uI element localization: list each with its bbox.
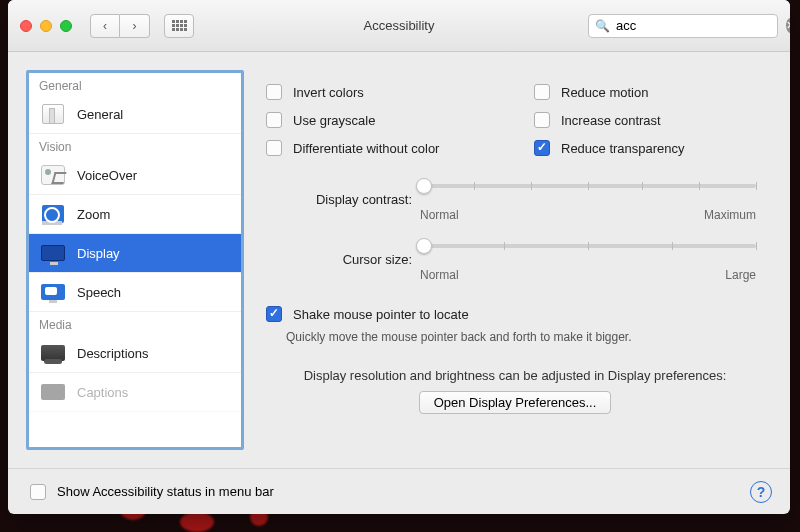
back-button[interactable]: ‹ — [90, 14, 120, 38]
forward-button[interactable]: › — [120, 14, 150, 38]
sidebar-item-label: Display — [77, 246, 120, 261]
display-panel: Invert colors Use grayscale Differentiat… — [258, 70, 772, 450]
sidebar-item-label: VoiceOver — [77, 168, 137, 183]
chevron-right-icon: › — [133, 19, 137, 33]
category-sidebar[interactable]: General General Vision VoiceOver Zoom Di… — [26, 70, 244, 450]
diff-without-color-label: Differentiate without color — [293, 141, 439, 156]
reduce-motion-checkbox[interactable] — [534, 84, 550, 100]
sidebar-group-vision: Vision — [29, 134, 241, 156]
sidebar-item-captions[interactable]: Captions — [29, 373, 241, 412]
contrast-label: Display contrast: — [262, 192, 412, 207]
minimize-window-button[interactable] — [40, 20, 52, 32]
invert-colors-label: Invert colors — [293, 85, 364, 100]
sidebar-group-general: General — [29, 73, 241, 95]
increase-contrast-checkbox[interactable] — [534, 112, 550, 128]
diff-without-color-row: Differentiate without color — [262, 134, 500, 162]
diff-without-color-checkbox[interactable] — [266, 140, 282, 156]
menu-bar-status-label: Show Accessibility status in menu bar — [57, 484, 274, 499]
captions-icon — [41, 384, 65, 400]
use-grayscale-checkbox[interactable] — [266, 112, 282, 128]
contrast-min-label: Normal — [420, 208, 459, 222]
zoom-icon — [42, 205, 64, 223]
sidebar-item-descriptions[interactable]: Descriptions — [29, 334, 241, 373]
reduce-transparency-checkbox[interactable] — [534, 140, 550, 156]
nav-buttons: ‹ › — [90, 14, 150, 38]
sidebar-item-label: Captions — [77, 385, 128, 400]
cursor-slider[interactable] — [420, 236, 756, 268]
sidebar-group-media: Media — [29, 312, 241, 334]
sidebar-item-general[interactable]: General — [29, 95, 241, 134]
reduce-motion-label: Reduce motion — [561, 85, 648, 100]
footer: Show Accessibility status in menu bar ? — [8, 468, 790, 514]
clear-search-button[interactable]: ✕ — [786, 18, 790, 33]
use-grayscale-row: Use grayscale — [262, 106, 500, 134]
grid-icon — [172, 20, 187, 31]
sidebar-item-label: Descriptions — [77, 346, 149, 361]
show-all-button[interactable] — [164, 14, 194, 38]
content-area: General General Vision VoiceOver Zoom Di… — [8, 52, 790, 468]
increase-contrast-row: Increase contrast — [530, 106, 768, 134]
use-grayscale-label: Use grayscale — [293, 113, 375, 128]
general-icon — [42, 104, 64, 124]
sidebar-item-voiceover[interactable]: VoiceOver — [29, 156, 241, 195]
open-display-preferences-button[interactable]: Open Display Preferences... — [419, 391, 612, 414]
cursor-slider-thumb[interactable] — [416, 238, 432, 254]
cursor-label: Cursor size: — [262, 252, 412, 267]
window-controls — [20, 20, 72, 32]
cursor-slider-row: Cursor size: Normal Large — [262, 236, 768, 282]
contrast-slider-row: Display contrast: Normal Maximum — [262, 176, 768, 222]
cursor-min-label: Normal — [420, 268, 459, 282]
sidebar-item-label: Speech — [77, 285, 121, 300]
sidebar-item-speech[interactable]: Speech — [29, 273, 241, 312]
search-field-container: 🔍 ✕ — [588, 14, 778, 38]
help-button[interactable]: ? — [750, 481, 772, 503]
contrast-slider-thumb[interactable] — [416, 178, 432, 194]
zoom-window-button[interactable] — [60, 20, 72, 32]
search-icon: 🔍 — [595, 19, 610, 33]
voiceover-icon — [41, 165, 65, 185]
display-icon — [41, 245, 65, 261]
search-input[interactable] — [614, 17, 786, 34]
sidebar-item-label: Zoom — [77, 207, 110, 222]
display-prefs-note: Display resolution and brightness can be… — [262, 368, 768, 383]
reduce-motion-row: Reduce motion — [530, 78, 768, 106]
cursor-max-label: Large — [725, 268, 756, 282]
descriptions-icon — [41, 345, 65, 361]
contrast-slider[interactable] — [420, 176, 756, 208]
sidebar-item-zoom[interactable]: Zoom — [29, 195, 241, 234]
shake-pointer-hint: Quickly move the mouse pointer back and … — [286, 330, 768, 344]
reduce-transparency-label: Reduce transparency — [561, 141, 685, 156]
shake-pointer-checkbox[interactable] — [266, 306, 282, 322]
sidebar-item-display[interactable]: Display — [29, 234, 241, 273]
contrast-max-label: Maximum — [704, 208, 756, 222]
menu-bar-status-checkbox[interactable] — [30, 484, 46, 500]
shake-pointer-label: Shake mouse pointer to locate — [293, 307, 469, 322]
sidebar-item-label: General — [77, 107, 123, 122]
invert-colors-row: Invert colors — [262, 78, 500, 106]
clear-icon: ✕ — [786, 19, 790, 31]
invert-colors-checkbox[interactable] — [266, 84, 282, 100]
menu-bar-status-row: Show Accessibility status in menu bar — [26, 478, 274, 506]
speech-icon — [41, 284, 65, 300]
close-window-button[interactable] — [20, 20, 32, 32]
preferences-window: ‹ › Accessibility 🔍 ✕ General General Vi… — [8, 0, 790, 514]
reduce-transparency-row: Reduce transparency — [530, 134, 768, 162]
titlebar: ‹ › Accessibility 🔍 ✕ — [8, 0, 790, 52]
chevron-left-icon: ‹ — [103, 19, 107, 33]
shake-pointer-row: Shake mouse pointer to locate — [262, 300, 768, 328]
increase-contrast-label: Increase contrast — [561, 113, 661, 128]
help-icon: ? — [757, 484, 766, 500]
